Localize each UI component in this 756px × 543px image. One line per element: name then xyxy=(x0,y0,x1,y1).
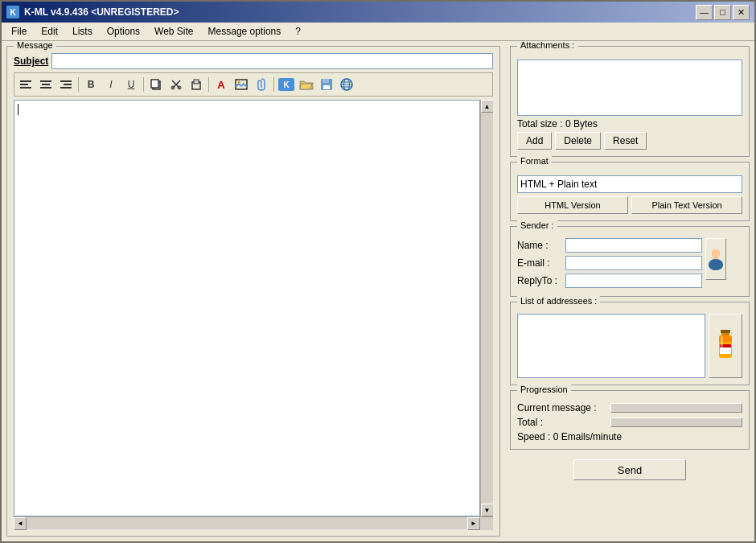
cut-button[interactable] xyxy=(166,76,186,93)
message-editor[interactable] xyxy=(14,100,480,516)
total-size-label: Total size : 0 Bytes xyxy=(517,118,742,130)
scroll-down-arrow[interactable]: ▼ xyxy=(481,504,494,516)
window-controls: — □ ✕ xyxy=(696,5,750,20)
addressees-group: List of addressees : xyxy=(510,302,750,385)
underline-button[interactable]: U xyxy=(121,76,141,93)
insert-image-button[interactable] xyxy=(232,76,251,93)
sender-person-button[interactable] xyxy=(705,238,726,280)
editor-container: ▲ ▼ ◄ ► xyxy=(14,100,493,529)
font-color-button[interactable]: A xyxy=(212,76,231,93)
scrollbar-corner xyxy=(480,517,493,530)
total-label: Total : xyxy=(517,417,606,428)
format-select[interactable]: HTML + Plain text HTML only Plain text o… xyxy=(517,175,742,193)
svg-rect-3 xyxy=(20,84,28,85)
horizontal-scrollbar: ◄ ► xyxy=(14,516,493,529)
add-attachment-button[interactable]: Add xyxy=(517,132,552,150)
progression-group: Progression Current message : Total : xyxy=(510,390,750,450)
reset-attachment-button[interactable]: Reset xyxy=(604,132,647,150)
menu-messageoptions[interactable]: Message options xyxy=(202,24,288,39)
maximize-button[interactable]: □ xyxy=(714,5,731,20)
menu-website[interactable]: Web Site xyxy=(148,24,199,39)
send-button[interactable]: Send xyxy=(573,459,686,480)
svg-point-34 xyxy=(709,259,723,270)
attachments-list xyxy=(517,60,742,116)
italic-button[interactable]: I xyxy=(101,76,121,93)
delete-attachment-button[interactable]: Delete xyxy=(555,132,601,150)
toolbar-sep-4 xyxy=(273,77,274,92)
html-version-button[interactable]: HTML Version xyxy=(517,196,628,214)
svg-rect-40 xyxy=(721,330,730,333)
replyto-label: ReplyTo : xyxy=(517,275,565,286)
name-input[interactable] xyxy=(565,238,702,253)
menu-bar: File Edit Lists Options Web Site Message… xyxy=(2,23,754,41)
sender-fields: Name : E-mail : ReplyTo : xyxy=(517,238,702,290)
addressees-content xyxy=(517,314,742,378)
plain-text-version-button[interactable]: Plain Text Version xyxy=(631,196,742,214)
content-area: Message Subject xyxy=(2,41,754,541)
menu-help[interactable]: ? xyxy=(289,24,307,39)
scroll-left-arrow[interactable]: ◄ xyxy=(14,517,27,530)
kml-button[interactable]: K xyxy=(277,76,296,93)
open-button[interactable] xyxy=(297,76,316,93)
toolbar-sep-3 xyxy=(208,77,209,92)
svg-rect-9 xyxy=(64,84,72,85)
email-input[interactable] xyxy=(565,256,702,270)
total-row: Total : xyxy=(517,417,742,428)
svg-rect-8 xyxy=(60,80,72,82)
scroll-up-arrow[interactable]: ▲ xyxy=(481,100,494,113)
web-button[interactable] xyxy=(337,76,356,93)
menu-edit[interactable]: Edit xyxy=(35,24,64,39)
close-button[interactable]: ✕ xyxy=(733,5,750,20)
subject-input[interactable] xyxy=(51,53,493,69)
align-center-button[interactable] xyxy=(36,76,55,93)
editor-wrapper: ▲ ▼ xyxy=(14,100,493,516)
speed-label: Speed : 0 Emails/minute xyxy=(517,431,742,442)
scroll-right-arrow[interactable]: ► xyxy=(467,517,480,530)
total-progress-bar xyxy=(610,418,742,427)
svg-rect-10 xyxy=(60,87,72,88)
message-legend: Message xyxy=(14,41,56,50)
minimize-button[interactable]: — xyxy=(696,5,713,20)
right-panel: Attachments : Total size : 0 Bytes Add D… xyxy=(505,41,754,541)
sender-group: Sender : Name : E-mail : ReplyTo : xyxy=(510,226,750,297)
svg-rect-41 xyxy=(721,336,723,352)
svg-rect-25 xyxy=(323,85,330,89)
sender-content: Name : E-mail : ReplyTo : xyxy=(517,238,742,290)
main-window: K K-ML v4.9.436 <UNREGISTERED> — □ ✕ Fil… xyxy=(0,0,756,543)
svg-point-33 xyxy=(712,249,720,257)
menu-lists[interactable]: Lists xyxy=(66,24,99,39)
name-label: Name : xyxy=(517,240,565,251)
format-group: Format HTML + Plain text HTML only Plain… xyxy=(510,162,750,221)
attach-button[interactable] xyxy=(252,76,271,93)
formatting-toolbar: B I U xyxy=(14,72,493,97)
save-button[interactable] xyxy=(317,76,336,93)
app-icon: K xyxy=(6,6,19,19)
align-left-button[interactable] xyxy=(16,76,35,93)
addressees-legend: List of addressees : xyxy=(517,296,600,306)
align-right-button[interactable] xyxy=(56,76,76,93)
toolbar-sep-2 xyxy=(143,77,144,92)
toolbar-sep-1 xyxy=(78,77,79,92)
scroll-h-track[interactable] xyxy=(27,517,467,529)
menu-options[interactable]: Options xyxy=(101,24,146,39)
text-cursor xyxy=(18,104,18,115)
attachments-buttons: Add Delete Reset xyxy=(517,132,742,150)
subject-row: Subject xyxy=(14,53,493,69)
sender-name-row: Name : xyxy=(517,238,702,253)
window-title: K-ML v4.9.436 <UNREGISTERED> xyxy=(24,6,179,18)
paste-button[interactable] xyxy=(187,76,206,93)
version-buttons: HTML Version Plain Text Version xyxy=(517,196,742,214)
bold-button[interactable]: B xyxy=(81,76,101,93)
vertical-scrollbar: ▲ ▼ xyxy=(480,100,493,516)
scroll-track[interactable] xyxy=(481,113,494,504)
copy-button[interactable] xyxy=(146,76,166,93)
addressees-icon-button[interactable] xyxy=(709,314,742,378)
svg-rect-12 xyxy=(151,80,158,88)
replyto-input[interactable] xyxy=(565,274,702,288)
svg-rect-24 xyxy=(323,79,329,83)
sender-replyto-row: ReplyTo : xyxy=(517,274,702,288)
svg-rect-6 xyxy=(42,84,50,85)
menu-file[interactable]: File xyxy=(5,24,33,39)
current-message-row: Current message : xyxy=(517,402,742,413)
attachments-legend: Attachments : xyxy=(517,41,577,50)
